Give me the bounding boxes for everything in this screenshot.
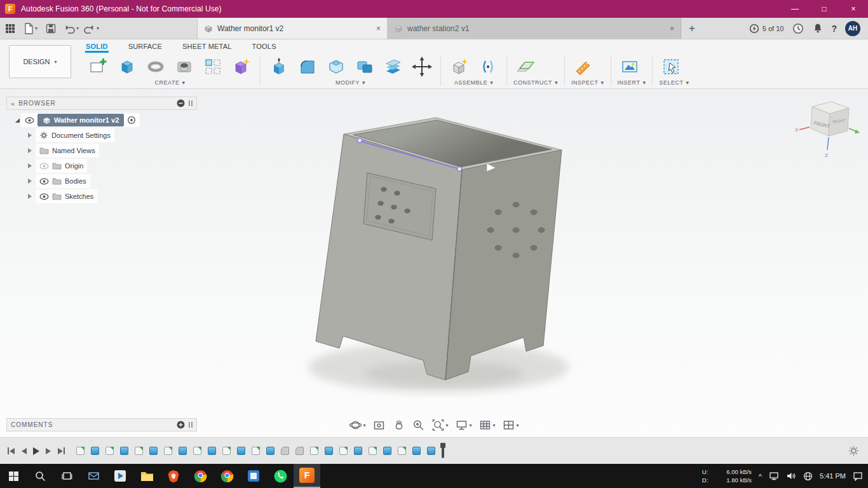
look-at-button[interactable] xyxy=(370,417,388,433)
close-tab-icon[interactable]: × xyxy=(670,24,674,33)
browser-item-document-settings[interactable]: Document Settings xyxy=(28,128,197,142)
undo-button[interactable]: ▾ xyxy=(61,18,81,39)
expand-comments-icon[interactable] xyxy=(177,421,185,429)
expand-icon[interactable] xyxy=(28,163,34,168)
notifications-button[interactable] xyxy=(813,23,823,34)
timeline-item-sketch[interactable] xyxy=(76,447,85,455)
timeline-item-sketch[interactable] xyxy=(369,447,377,455)
start-button[interactable] xyxy=(0,464,27,488)
revolve-button[interactable] xyxy=(144,55,168,78)
timeline-item-sketch[interactable] xyxy=(135,447,143,455)
timeline-item-extrude[interactable] xyxy=(383,447,391,455)
eye-hidden-icon[interactable] xyxy=(39,163,49,170)
timeline-play-button[interactable] xyxy=(34,445,39,457)
globe-icon[interactable] xyxy=(803,471,813,481)
browser-header[interactable]: « BROWSER xyxy=(6,97,197,110)
timeline-item-extrude[interactable] xyxy=(179,447,187,455)
display-settings-button[interactable]: ▾ xyxy=(452,417,474,433)
timeline-item-sketch[interactable] xyxy=(310,447,318,455)
timeline-step-forward-button[interactable] xyxy=(46,445,51,457)
expand-icon[interactable] xyxy=(28,133,34,138)
job-status-button[interactable]: 5 of 10 xyxy=(749,24,784,34)
timeline-item-extrude[interactable] xyxy=(120,447,128,455)
collapse-all-icon[interactable] xyxy=(177,99,185,107)
timeline-item-fillet[interactable] xyxy=(281,447,289,455)
chrome-browser-button[interactable] xyxy=(187,464,214,488)
timeline-settings-button[interactable] xyxy=(848,445,859,456)
close-tab-icon[interactable]: × xyxy=(376,24,381,33)
taskbar-search-button[interactable] xyxy=(27,464,53,488)
combine-button[interactable] xyxy=(353,55,377,78)
create-sketch-button[interactable] xyxy=(86,55,111,78)
timeline-step-back-button[interactable] xyxy=(22,445,27,457)
whatsapp-button[interactable] xyxy=(267,464,294,488)
comments-header[interactable]: COMMENTS xyxy=(6,418,197,431)
brave-browser-button[interactable] xyxy=(160,464,187,488)
network-icon[interactable] xyxy=(769,471,779,480)
file-explorer-button[interactable] xyxy=(133,464,160,488)
recent-versions-button[interactable] xyxy=(792,22,804,35)
construct-plane-button[interactable] xyxy=(513,55,538,78)
taskbar-clock[interactable]: 5:41 PM xyxy=(820,472,846,480)
timeline-item-extrude[interactable] xyxy=(149,447,158,455)
tab-surface[interactable]: SURFACE xyxy=(128,41,163,51)
chrome-profile-2-button[interactable] xyxy=(214,464,240,488)
panel-grip[interactable] xyxy=(189,100,193,106)
fusion-360-taskbar-button[interactable]: F xyxy=(294,464,320,488)
split-body-button[interactable] xyxy=(381,55,405,78)
fillet-button[interactable] xyxy=(295,55,320,78)
show-hidden-icons-button[interactable]: ^ xyxy=(759,473,762,480)
timeline-item-sketch[interactable] xyxy=(105,447,114,455)
view-cube[interactable]: FRONT RIGHT X Z xyxy=(794,98,860,161)
model-viewport[interactable]: FRONT RIGHT X Z « BROWSER xyxy=(0,89,868,437)
timeline-item-sketch[interactable] xyxy=(339,447,348,455)
shell-button[interactable] xyxy=(324,55,348,78)
select-button[interactable] xyxy=(659,55,683,78)
timeline-item-sketch[interactable] xyxy=(193,447,201,455)
pattern-button[interactable] xyxy=(201,55,225,78)
volume-icon[interactable] xyxy=(786,471,796,480)
measure-button[interactable] xyxy=(571,55,595,78)
insert-image-button[interactable] xyxy=(618,55,642,78)
timeline-item-extrude[interactable] xyxy=(91,447,99,455)
browser-item-bodies[interactable]: Bodies xyxy=(28,174,197,188)
timeline-item-extrude[interactable] xyxy=(266,447,275,455)
close-button[interactable]: × xyxy=(839,0,868,18)
timeline-item-extrude[interactable] xyxy=(237,447,245,455)
help-button[interactable]: ? xyxy=(831,23,837,34)
timeline-item-sketch[interactable] xyxy=(164,447,172,455)
mail-app-button[interactable] xyxy=(80,464,107,488)
expand-icon[interactable] xyxy=(28,148,34,153)
data-panel-button[interactable] xyxy=(0,18,20,39)
zoom-button[interactable] xyxy=(409,417,427,433)
press-pull-button[interactable] xyxy=(267,55,291,78)
timeline-item-sketch[interactable] xyxy=(222,447,231,455)
browser-item-sketches[interactable]: Sketches xyxy=(28,189,197,203)
panel-grip[interactable] xyxy=(189,422,193,428)
timeline-skip-to-end-button[interactable] xyxy=(58,445,65,457)
new-document-tab-button[interactable]: + xyxy=(681,18,703,39)
new-component-button[interactable] xyxy=(447,55,471,78)
expand-icon[interactable] xyxy=(28,179,34,184)
eye-icon[interactable] xyxy=(39,178,49,185)
tab-tools[interactable]: TOOLS xyxy=(252,41,277,51)
timeline-item-extrude[interactable] xyxy=(325,447,333,455)
timeline-item-sketch[interactable] xyxy=(252,447,260,455)
expand-icon[interactable] xyxy=(15,118,20,123)
browser-root-row[interactable]: Wather monitor1 v2 xyxy=(15,113,197,127)
pan-button[interactable] xyxy=(390,417,407,433)
orbit-button[interactable]: ▾ xyxy=(346,417,368,433)
timeline-item-extrude[interactable] xyxy=(427,447,435,455)
file-menu-button[interactable]: ▾ xyxy=(20,18,41,39)
grid-display-button[interactable]: ▾ xyxy=(477,417,498,433)
fit-button[interactable]: ▾ xyxy=(429,417,451,433)
tab-solid[interactable]: SOLID xyxy=(85,41,109,51)
timeline-skip-to-start-button[interactable] xyxy=(8,445,15,457)
create-form-button[interactable] xyxy=(229,55,254,78)
timeline-item-extrude[interactable] xyxy=(412,447,421,455)
network-speed-widget[interactable]: U:6.00 kB/s D:1.80 kB/s xyxy=(702,468,752,484)
move-copy-button[interactable] xyxy=(410,55,434,78)
maximize-button[interactable]: □ xyxy=(810,0,839,18)
timeline-item-fillet[interactable] xyxy=(295,447,304,455)
timeline-item-extrude[interactable] xyxy=(354,447,362,455)
